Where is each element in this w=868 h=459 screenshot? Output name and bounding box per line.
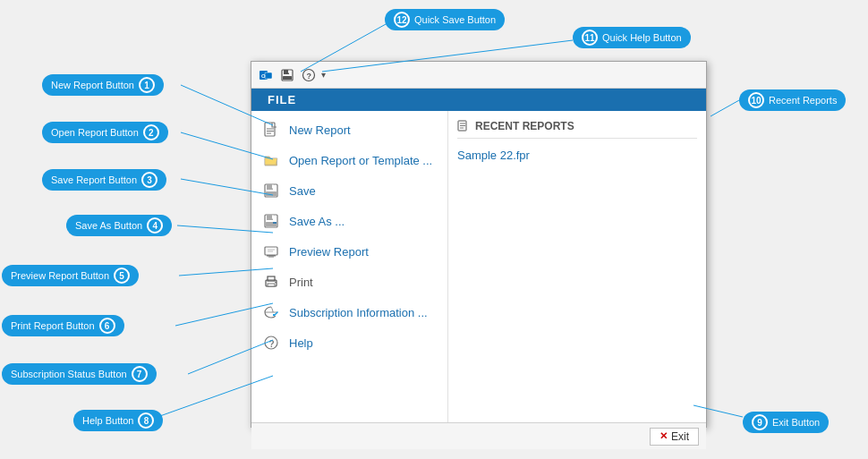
bubble-11: 11 Quick Help Button: [573, 27, 691, 48]
svg-rect-13: [265, 72, 272, 79]
recent-reports-header: RECENT REPORTS: [457, 120, 697, 139]
exit-x-icon: ✕: [660, 430, 668, 442]
recent-reports-panel: RECENT REPORTS Sample 22.fpr: [448, 111, 706, 422]
content-area: New Report Open Report or Template ...: [251, 111, 706, 422]
svg-rect-35: [267, 255, 276, 257]
menu-list: New Report Open Report or Template ...: [251, 111, 448, 422]
bubble-6: Print Report Button 6: [2, 315, 124, 336]
print-icon: [262, 273, 280, 291]
bubble-4: Save As Button 4: [66, 215, 172, 236]
file-dialog: O ? ▾ FILE: [251, 61, 707, 428]
subscription-label: Subscription Information ...: [289, 306, 428, 319]
svg-rect-27: [266, 191, 277, 196]
bubble-7: Subscription Status Button 7: [2, 363, 157, 385]
svg-rect-28: [272, 185, 274, 189]
bubble-10: 10 Recent Reports: [739, 89, 846, 111]
print-item[interactable]: Print: [251, 267, 447, 297]
exit-area: ✕ Exit: [251, 422, 706, 449]
svg-text:?: ?: [269, 339, 275, 349]
exit-button[interactable]: ✕ Exit: [650, 428, 699, 446]
save-as-icon: [262, 212, 280, 230]
toolbar-dropdown[interactable]: ▾: [321, 70, 326, 80]
open-report-icon: [262, 151, 280, 169]
new-report-label: New Report: [289, 123, 351, 137]
bubble-8: Help Button 8: [73, 410, 163, 431]
bubble-1: New Report Button 1: [42, 74, 164, 96]
bubble-9: 9 Exit Button: [743, 412, 829, 433]
new-report-item[interactable]: New Report: [251, 115, 447, 145]
svg-rect-30: [267, 215, 273, 220]
svg-rect-17: [283, 76, 292, 80]
file-tab[interactable]: FILE: [251, 89, 706, 111]
save-item[interactable]: Save: [251, 175, 447, 206]
svg-rect-26: [267, 184, 273, 190]
subscription-icon: [262, 303, 280, 321]
new-report-icon: [262, 121, 280, 139]
save-icon: [262, 182, 280, 200]
preview-report-item[interactable]: Preview Report: [251, 236, 447, 267]
svg-rect-18: [288, 70, 290, 72]
bubble-12: 12 Quick Save Button: [385, 9, 505, 30]
quick-help-icon[interactable]: ?: [300, 66, 318, 84]
bubble-2: Open Report Button 2: [42, 122, 168, 143]
preview-report-label: Preview Report: [289, 245, 369, 259]
svg-rect-32: [272, 216, 274, 219]
svg-line-9: [711, 100, 739, 116]
bubble-5: Preview Report Button 5: [2, 265, 139, 286]
subscription-item[interactable]: Subscription Information ...: [251, 297, 447, 327]
help-item[interactable]: ? Help: [251, 327, 447, 358]
svg-rect-34: [265, 247, 277, 255]
outlook-icon[interactable]: O: [257, 66, 275, 84]
open-report-item[interactable]: Open Report or Template ...: [251, 145, 447, 175]
recent-report-item[interactable]: Sample 22.fpr: [457, 146, 697, 165]
svg-rect-41: [268, 284, 275, 286]
open-report-label: Open Report or Template ...: [289, 154, 432, 167]
bubble-3: Save Report Button 3: [42, 169, 166, 191]
toolbar: O ? ▾: [251, 62, 706, 89]
preview-icon: [262, 242, 280, 260]
help-icon: ?: [262, 334, 280, 352]
save-as-item[interactable]: Save As ...: [251, 206, 447, 236]
save-as-label: Save As ...: [289, 215, 345, 228]
svg-text:?: ?: [307, 72, 312, 81]
help-label: Help: [289, 336, 313, 350]
svg-text:O: O: [261, 73, 266, 79]
svg-point-42: [275, 282, 277, 284]
svg-rect-36: [268, 257, 274, 258]
quick-save-icon[interactable]: [278, 66, 296, 84]
save-label: Save: [289, 184, 316, 198]
print-label: Print: [289, 276, 313, 289]
